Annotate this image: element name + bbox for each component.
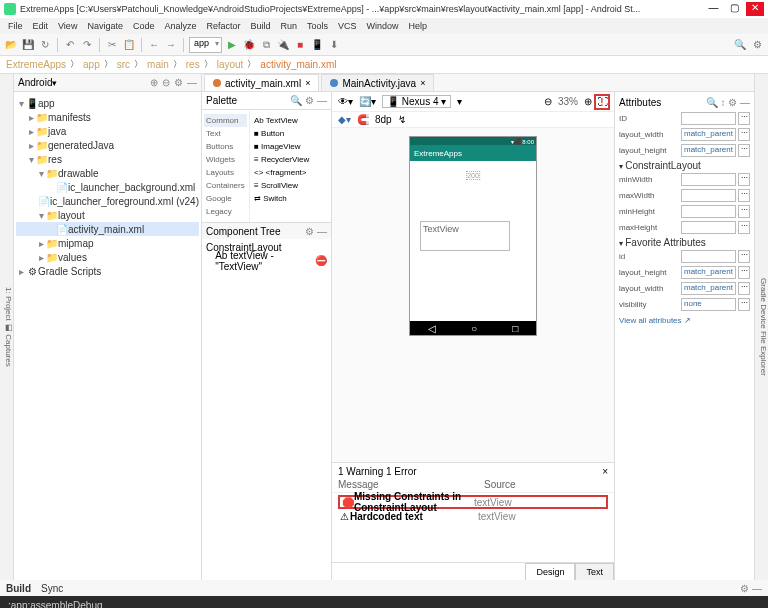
menu-tools[interactable]: Tools	[303, 21, 332, 31]
view-all-attrs-link[interactable]: View all attributes ↗	[619, 316, 750, 325]
save-icon[interactable]: 💾	[21, 38, 35, 52]
cut-icon[interactable]: ✂	[105, 38, 119, 52]
default-margin[interactable]: 8dp	[375, 114, 392, 125]
build-tab[interactable]: Build	[6, 583, 31, 594]
component-tree[interactable]: ConstraintLayoutAb textView - "TextView"…	[202, 239, 331, 269]
zoom-in-icon[interactable]: ⊕	[584, 96, 592, 107]
palette-categories[interactable]: CommonTextButtonsWidgetsLayoutsContainer…	[202, 110, 250, 222]
minimize-button[interactable]: —	[704, 2, 722, 16]
zoom-out-icon[interactable]: ⊖	[544, 96, 552, 107]
blueprint-icon[interactable]: ◆▾	[338, 114, 351, 125]
device-combo[interactable]: 📱 Nexus 4 ▾	[382, 95, 451, 108]
build-output: :app:assembleDebug BUILD SUCCESSFUL in 3…	[8, 600, 760, 608]
close-button[interactable]: ✕	[746, 2, 764, 16]
nav-bar-preview: ◁○□	[410, 321, 536, 335]
crumb[interactable]: res	[186, 59, 200, 70]
menu-code[interactable]: Code	[129, 21, 159, 31]
sync-tab[interactable]: Sync	[41, 583, 63, 594]
crumb[interactable]: layout	[217, 59, 244, 70]
infer-icon[interactable]: ↯	[398, 114, 406, 125]
crumb[interactable]: app	[83, 59, 100, 70]
crumb[interactable]: ExtremeApps	[6, 59, 66, 70]
titlebar: ExtremeApps [C:¥Users¥Patchouli_Knowledg…	[0, 0, 768, 18]
sync-icon[interactable]: ↻	[38, 38, 52, 52]
debug-icon[interactable]: 🐞	[242, 38, 256, 52]
project-tree[interactable]: ▾📱app▸📁manifests▸📁java▸📁generatedJava▾📁r…	[14, 92, 201, 282]
menu-edit[interactable]: Edit	[29, 21, 53, 31]
menu-navigate[interactable]: Navigate	[83, 21, 127, 31]
palette-items[interactable]: Ab TextView■ Button■ ImageView≡ Recycler…	[250, 110, 331, 222]
menu-file[interactable]: File	[4, 21, 27, 31]
text-tab[interactable]: Text	[575, 563, 614, 580]
textview-preview[interactable]: TextView	[420, 221, 510, 251]
app-icon	[4, 3, 16, 15]
sdk-icon[interactable]: ⬇	[327, 38, 341, 52]
attributes-panel: Attributes🔍 ↕ ⚙ — ID⋯layout_widthmatch_p…	[614, 92, 754, 580]
menu-vcs[interactable]: VCS	[334, 21, 361, 31]
design-tab[interactable]: Design	[525, 563, 575, 580]
profile-icon[interactable]: ⧉	[259, 38, 273, 52]
crumb[interactable]: src	[117, 59, 130, 70]
orientation-icon[interactable]: 🔄▾	[359, 96, 376, 107]
right-gutter[interactable]: Gradle Device File Explorer	[754, 74, 768, 580]
tab-mainactivity[interactable]: MainActivity.java ×	[321, 74, 434, 91]
redo-icon[interactable]: ↷	[80, 38, 94, 52]
maximize-button[interactable]: ▢	[725, 2, 743, 16]
eye-icon[interactable]: 👁▾	[338, 96, 353, 107]
avd-icon[interactable]: 📱	[310, 38, 324, 52]
left-gutter[interactable]: 1: Project ◧ Captures	[0, 74, 14, 580]
crumb[interactable]: activity_main.xml	[260, 59, 336, 70]
crumb[interactable]: main	[147, 59, 169, 70]
canvas-toolbar: 👁▾ 🔄▾ 📱 Nexus 4 ▾ ▾ ⊖ 33% ⊕ ⛶ !	[332, 92, 614, 112]
menu-bar: File Edit View Navigate Code Analyze Ref…	[0, 18, 768, 34]
undo-icon[interactable]: ↶	[63, 38, 77, 52]
device-preview: ▾⬛ 8:00 ExtremeApps 200 TextView ◁○□	[409, 136, 537, 336]
back-icon[interactable]: ←	[147, 38, 161, 52]
attrs-section: ▾ Favorite Attributes	[619, 237, 750, 248]
stop-icon[interactable]: ■	[293, 38, 307, 52]
search-icon[interactable]: 🔍	[733, 38, 747, 52]
error-badge-icon[interactable]: !	[594, 94, 610, 110]
menu-build[interactable]: Build	[246, 21, 274, 31]
forward-icon[interactable]: →	[164, 38, 178, 52]
zoom-level: 33%	[558, 96, 578, 107]
menu-view[interactable]: View	[54, 21, 81, 31]
editor-tabs: activity_main.xml × MainActivity.java ×	[202, 74, 754, 92]
main-toolbar: 📂 💾 ↻ ↶ ↷ ✂ 📋 ← → app ▶ 🐞 ⧉ 🔌 ■ 📱 ⬇ 🔍 ⚙	[0, 34, 768, 56]
palette-title: Palette	[206, 95, 237, 106]
close-messages-icon[interactable]: ×	[602, 466, 608, 477]
paste-icon[interactable]: 📋	[122, 38, 136, 52]
project-panel: Android ▾ ⊕ ⊖ ⚙ — ▾📱app▸📁manifests▸📁java…	[14, 74, 202, 580]
design-canvas[interactable]: ▾⬛ 8:00 ExtremeApps 200 TextView ◁○□	[332, 128, 614, 462]
project-view-combo[interactable]: Android	[18, 77, 52, 88]
menu-window[interactable]: Window	[363, 21, 403, 31]
messages-summary: 1 Warning 1 Error	[338, 466, 417, 477]
attach-icon[interactable]: 🔌	[276, 38, 290, 52]
open-icon[interactable]: 📂	[4, 38, 18, 52]
magnet-icon[interactable]: 🧲	[357, 114, 369, 125]
status-bar-preview: ▾⬛ 8:00	[410, 137, 536, 145]
api-combo[interactable]: ▾	[457, 96, 462, 107]
attrs-section: ▾ ConstraintLayout	[619, 160, 750, 171]
menu-help[interactable]: Help	[405, 21, 432, 31]
breadcrumb: ExtremeApps〉 app〉 src〉 main〉 res〉 layout…	[0, 56, 768, 74]
build-tool-window: Build Sync ⚙ — :app:assembleDebug BUILD …	[0, 580, 768, 608]
window-title: ExtremeApps [C:¥Users¥Patchouli_Knowledg…	[20, 4, 704, 14]
menu-run[interactable]: Run	[277, 21, 302, 31]
run-config-combo[interactable]: app	[189, 37, 222, 53]
tab-activity-main[interactable]: activity_main.xml ×	[204, 74, 319, 91]
expand-icon[interactable]: ⊕	[150, 77, 158, 88]
messages-list[interactable]: 🛑Missing Constraints in ConstraintLayout…	[332, 493, 614, 562]
run-icon[interactable]: ▶	[225, 38, 239, 52]
settings-icon[interactable]: ⚙	[750, 38, 764, 52]
menu-refactor[interactable]: Refactor	[202, 21, 244, 31]
menu-analyze[interactable]: Analyze	[160, 21, 200, 31]
gear-icon[interactable]: ⚙	[174, 77, 183, 88]
collapse-icon[interactable]: ⊖	[162, 77, 170, 88]
hide-icon[interactable]: —	[187, 77, 197, 88]
component-tree-title: Component Tree	[206, 226, 281, 237]
app-bar-preview: ExtremeApps	[410, 145, 536, 161]
attrs-title: Attributes	[619, 97, 661, 108]
